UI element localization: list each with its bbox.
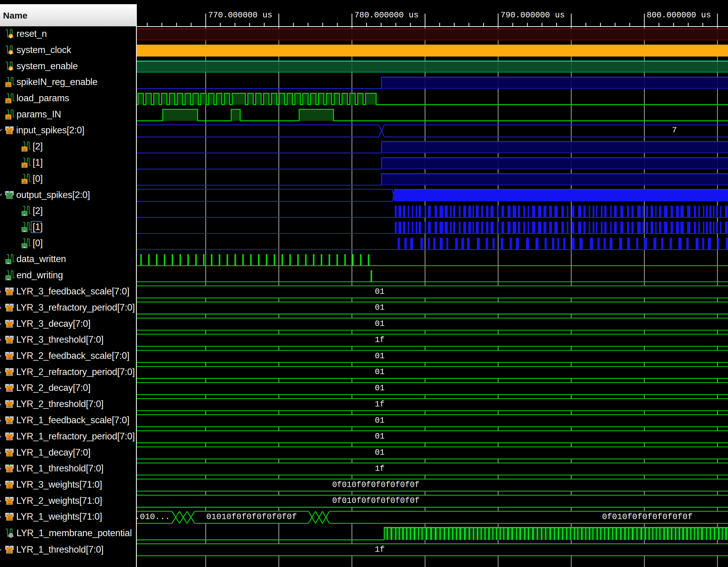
svg-text:01: 01 xyxy=(375,352,385,361)
svg-text:780.000000 us: 780.000000 us xyxy=(354,10,419,20)
svg-text:0f010f0f0f0f0f0f0f: 0f010f0f0f0f0f0f0f xyxy=(602,512,692,521)
svg-text:7: 7 xyxy=(672,126,677,135)
svg-text:1f: 1f xyxy=(375,335,385,344)
svg-text:01: 01 xyxy=(375,432,385,441)
svg-text:01: 01 xyxy=(375,368,385,377)
svg-text:01: 01 xyxy=(375,416,385,425)
svg-text:01010f0f0f0f0f0f0f: 01010f0f0f0f0f0f0f xyxy=(206,512,297,521)
svg-text:01: 01 xyxy=(375,303,385,312)
svg-text:01: 01 xyxy=(375,319,385,328)
svg-text:0f010f0f0f0f0f0f0f: 0f010f0f0f0f0f0f0f xyxy=(332,480,420,489)
svg-text:.010...: .010... xyxy=(135,512,170,521)
svg-text:790.000000 us: 790.000000 us xyxy=(500,10,565,20)
svg-text:01: 01 xyxy=(375,287,385,296)
svg-text:1f: 1f xyxy=(375,545,385,554)
svg-text:1f: 1f xyxy=(375,464,385,473)
svg-text:0f010f0f0f0f0f0f0f: 0f010f0f0f0f0f0f0f xyxy=(332,496,420,505)
svg-text:1f: 1f xyxy=(375,400,385,409)
svg-text:800.000000 us: 800.000000 us xyxy=(647,10,711,20)
svg-text:01: 01 xyxy=(375,384,385,393)
svg-text:770.000000 us: 770.000000 us xyxy=(208,10,273,20)
svg-text:01: 01 xyxy=(375,448,385,457)
